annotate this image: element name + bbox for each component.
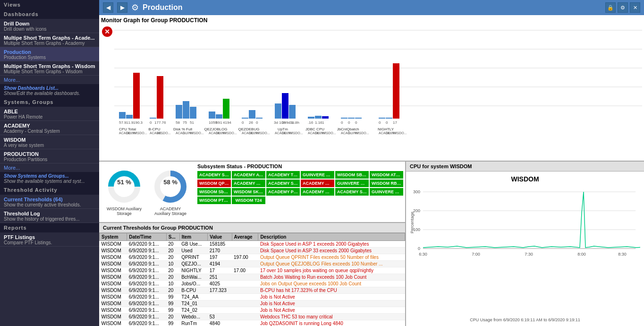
svg-text:0: 0	[242, 120, 244, 125]
table-cell: Disk Space Used in ASP 33 exceeds 2000 G…	[258, 248, 405, 254]
table-row[interactable]: WISDOM6/9/2020 9:1...20Webdo...53Webdocs…	[100, 314, 405, 320]
subsystem-cell: WISDOM Sbs RSFHA	[197, 188, 231, 196]
svg-text:JbCntQbatch: JbCntQbatch	[337, 127, 359, 131]
svg-text:8:00: 8:00	[577, 252, 586, 257]
sidebar-threshold-log[interactable]: Threshold Log Show the history of trigge…	[0, 209, 99, 223]
sidebar-item-multishort-wis-title: Multipe Short Term Graphs - Wisdom	[4, 63, 95, 69]
table-cell	[232, 287, 258, 294]
thresholds-panel: 51 % WISDOM AuxiliaryStorage 58 % ACAD	[99, 162, 406, 326]
table-cell	[232, 307, 258, 314]
thresholds-title: Current Thresholds for Group PRODUCTION	[99, 223, 405, 233]
sidebar-show-systems[interactable]: Show Systems and Groups... Show the avai…	[0, 172, 99, 185]
back-button[interactable]: ◀	[103, 2, 113, 13]
svg-rect-44	[256, 118, 263, 119]
table-cell: 197	[208, 254, 232, 261]
table-row[interactable]: WISDOM6/9/2020 9:1...20Used2170Disk Spac…	[100, 248, 405, 254]
table-row[interactable]: WISDOM6/9/2020 9:1...20B-CPU177.323B-CPU…	[100, 287, 405, 294]
subsystem-cell: GUINVERE RBTSLEEP...	[335, 180, 369, 187]
subsystem-cell: ACADEMY PTWRK...	[266, 188, 300, 196]
table-row[interactable]: WISDOM6/9/2020 9:1...99T24_02Job is Not …	[100, 307, 405, 314]
table-cell: 99	[166, 300, 179, 307]
table-row[interactable]: WISDOM6/9/2020 9:1...20QPRINT197197.00Ou…	[100, 254, 405, 261]
table-row[interactable]: WISDOM6/9/2020 9:1...10Jobs/O...4025Jobs…	[100, 281, 405, 287]
table-cell: Jobs/O...	[179, 281, 208, 287]
svg-text:0: 0	[348, 120, 350, 125]
table-col-header: Average	[232, 233, 258, 241]
table-cell: 6/9/2020 9:1...	[127, 287, 167, 294]
svg-text:177.76: 177.76	[154, 120, 166, 125]
sidebar-item-able[interactable]: ABLE Power HA Remote	[0, 107, 99, 121]
svg-text:CPU Total: CPU Total	[119, 127, 136, 131]
subsystem-cell: GUINVERE JDEE910	[370, 188, 403, 196]
sidebar-item-academy[interactable]: ACADEMY Academy - Central System	[0, 121, 99, 135]
close-button[interactable]: ✕	[630, 2, 640, 13]
sidebar-item-wisdom[interactable]: WISDOM A very wise system	[0, 135, 99, 149]
svg-text:58 %: 58 %	[163, 179, 178, 186]
sidebar-item-multishort-wis-subtitle: Multiple Short Term Graphs - Wisdom	[4, 69, 95, 74]
sidebar-item-multishort-wis[interactable]: Multipe Short Term Graphs - Wisdom Multi…	[0, 61, 99, 76]
table-row[interactable]: WISDOM6/9/2020 9:1...99RunTm4840Job QZDA…	[100, 320, 405, 326]
forward-button[interactable]: ▶	[117, 2, 127, 13]
donut-wisdom-label: WISDOM AuxiliaryStorage	[107, 206, 142, 216]
sidebar-current-thresholds[interactable]: Current Thresholds (64) Show the current…	[0, 195, 99, 209]
sidebar-item-production-sys[interactable]: PRODUCTION Production Partitions	[0, 149, 99, 163]
subsystem-cell: WISDOM PTWRKMGT	[197, 197, 231, 204]
table-cell	[208, 294, 232, 300]
dashboards-header: Dashboards	[0, 9, 99, 19]
table-col-header: Date/Time	[127, 233, 167, 241]
cpu-chart-area: WISDOM 300 200 100 0 Percentage	[406, 172, 644, 326]
sidebar-more-dashboards[interactable]: More...	[0, 76, 99, 84]
sidebar-item-able-title: ABLE	[4, 109, 95, 114]
table-col-header: S...	[166, 233, 179, 241]
table-cell: WISDOM	[100, 287, 127, 294]
threshold-table[interactable]: SystemDate/TimeS...ItemValueAverageDescr…	[99, 233, 405, 326]
table-cell: 6/9/2020 9:1...	[127, 261, 167, 267]
sidebar-item-production[interactable]: Production Production Systems	[0, 47, 99, 61]
chart-error-icon[interactable]: ✕	[102, 26, 112, 37]
table-row[interactable]: WISDOM6/9/2020 9:1...99T24_AAJob is Not …	[100, 294, 405, 300]
sidebar-threshold-log-sub: Show the history of triggered thres...	[4, 216, 95, 222]
subsystem-cell: WISDOM QPGMR	[197, 180, 231, 187]
table-cell: NIGHTLY	[179, 267, 208, 274]
sidebar-item-wisdom-subtitle: A very wise system	[4, 143, 95, 148]
svg-rect-54	[289, 105, 296, 119]
table-cell: 251	[208, 274, 232, 281]
table-row[interactable]: WISDOM6/9/2020 9:1...10QEZJO...4194Outpu…	[100, 261, 405, 267]
table-row[interactable]: WISDOM6/9/2020 9:1...20GB Use...158185Di…	[100, 241, 405, 248]
svg-rect-83	[386, 118, 392, 119]
table-header: SystemDate/TimeS...ItemValueAverageDescr…	[100, 233, 405, 241]
main-content: ◀ ▶ ⚙ Production 🔒 ⚙ ✕ Monitor Graph for…	[99, 0, 644, 326]
table-cell	[208, 307, 232, 314]
table-cell: BchWai...	[179, 274, 208, 281]
svg-text:51: 51	[190, 120, 194, 125]
sidebar-item-multishort-acad[interactable]: Multipe Short Term Graphs - Acade... Mul…	[0, 33, 99, 47]
table-row[interactable]: WISDOM6/9/2020 9:1...20BchWai...251Batch…	[100, 274, 405, 281]
svg-rect-74	[355, 118, 362, 119]
subsystem-grid: ACADEMY SBS QBA...ACADEMY ATMONI...ACADE…	[197, 171, 403, 204]
thresholds-data-table: SystemDate/TimeS...ItemValueAverageDescr…	[99, 233, 405, 326]
svg-rect-63	[315, 116, 322, 119]
svg-text:.16: .16	[308, 120, 314, 125]
table-cell: 6/9/2020 9:1...	[127, 320, 167, 326]
sidebar-item-drilldown[interactable]: Drill Down Drill down with icons	[0, 19, 99, 33]
settings-button[interactable]: ⚙	[618, 2, 628, 13]
table-cell: 6/9/2020 9:1...	[127, 267, 167, 274]
svg-rect-23	[183, 101, 189, 119]
sidebar-show-dashboards[interactable]: Show Dashboards List... Show/Edit the av…	[0, 84, 99, 97]
table-cell: WISDOM	[100, 254, 127, 261]
subsystem-cell: ACADEMY Sbs RSFHA	[266, 180, 300, 187]
sidebar-more-systems[interactable]: More...	[0, 163, 99, 172]
svg-rect-32	[209, 112, 215, 119]
svg-text:0: 0	[150, 120, 152, 125]
table-cell: WISDOM	[100, 320, 127, 326]
sidebar-ptf-listings[interactable]: PTF Listings Compare PTF Listings.	[0, 232, 99, 247]
svg-text:0: 0	[341, 120, 343, 125]
svg-text:7:30: 7:30	[525, 252, 533, 257]
svg-rect-43	[249, 110, 255, 119]
table-row[interactable]: WISDOM6/9/2020 9:1...99T24_01Job is Not …	[100, 300, 405, 307]
table-row[interactable]: WISDOM6/9/2020 9:1...20NIGHTLY1717.0017 …	[100, 267, 405, 274]
donuts-area: 51 % WISDOM AuxiliaryStorage 58 % ACAD	[99, 162, 195, 222]
lock-button[interactable]: 🔒	[605, 2, 616, 13]
table-cell: Webdocs THC 53 too many critical	[258, 314, 405, 320]
table-cell: 6/9/2020 9:1...	[127, 274, 167, 281]
